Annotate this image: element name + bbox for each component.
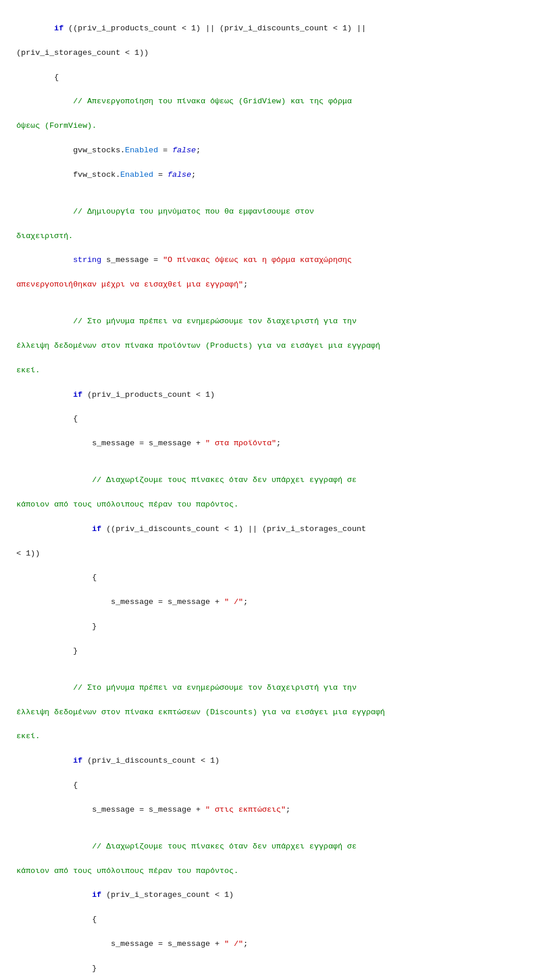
code-container: if ((priv_i_products_count < 1) || (priv… (16, 11, 544, 978)
